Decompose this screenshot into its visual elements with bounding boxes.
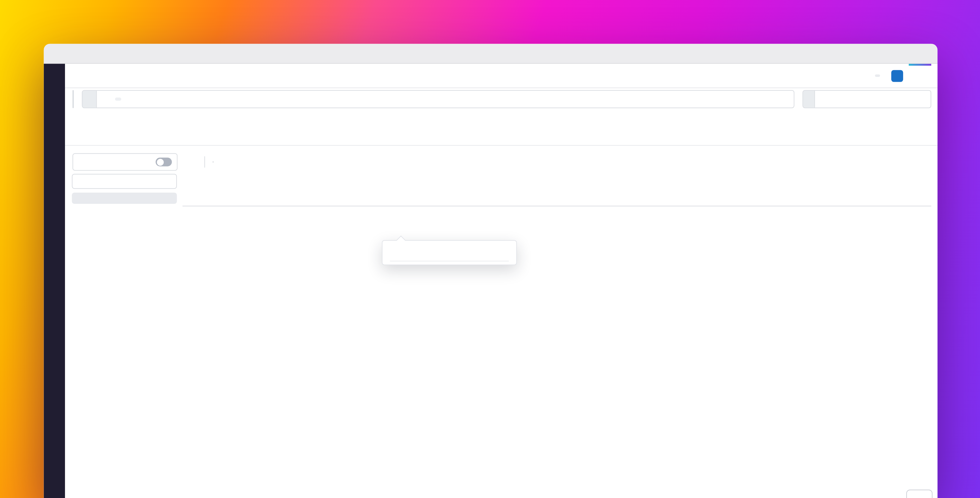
desktop-gradient-background <box>0 0 980 498</box>
hide-controls-button[interactable] <box>185 158 197 166</box>
search-facets-input[interactable] <box>72 174 177 189</box>
viewport <box>0 0 980 498</box>
arrow-right-icon <box>502 248 509 255</box>
table-header <box>183 191 931 206</box>
service-overview-header[interactable] <box>72 193 177 204</box>
search-icon <box>77 177 84 185</box>
search-query-token[interactable] <box>115 97 121 101</box>
learn-more-button[interactable] <box>909 64 931 88</box>
controls-row <box>72 153 221 171</box>
divider <box>204 156 205 168</box>
left-nav-rail <box>44 64 65 498</box>
time-range-badge[interactable] <box>875 74 880 77</box>
services-table <box>183 176 931 206</box>
divider <box>65 145 937 145</box>
clear-search-icon[interactable] <box>780 96 788 103</box>
pause-button[interactable] <box>891 70 903 81</box>
my-teams-control[interactable] <box>72 153 177 171</box>
app-window <box>44 44 938 498</box>
page-header <box>65 64 937 88</box>
main-content <box>65 64 937 498</box>
page-title <box>72 70 88 81</box>
chevron-down-icon <box>920 96 926 102</box>
show-data-from-row <box>183 176 931 189</box>
my-teams-toggle[interactable] <box>156 158 172 166</box>
search-bar[interactable] <box>82 90 794 108</box>
search-icon <box>102 95 111 103</box>
service-catalog-icon <box>72 70 83 81</box>
panel-collapse-icon <box>185 158 193 166</box>
view-details-link[interactable] <box>499 248 509 255</box>
facets-panel <box>72 174 177 204</box>
group-by-select[interactable] <box>803 90 931 108</box>
chevron-right-icon <box>78 159 84 165</box>
corner-button[interactable] <box>906 489 932 498</box>
datadog-logo-icon[interactable] <box>48 69 60 81</box>
macos-titlebar <box>44 44 938 64</box>
group-by-label <box>803 91 815 107</box>
pause-icon <box>894 72 901 79</box>
chevron-down-icon <box>920 73 925 78</box>
scorecards-popup <box>382 240 517 265</box>
search-for-label <box>83 91 97 107</box>
chevron-down-icon <box>76 195 82 201</box>
apm-data-toggle <box>213 161 214 163</box>
search-toolbar <box>72 90 931 108</box>
table-settings-gear-icon[interactable] <box>923 178 931 187</box>
view-toggle <box>72 90 74 108</box>
